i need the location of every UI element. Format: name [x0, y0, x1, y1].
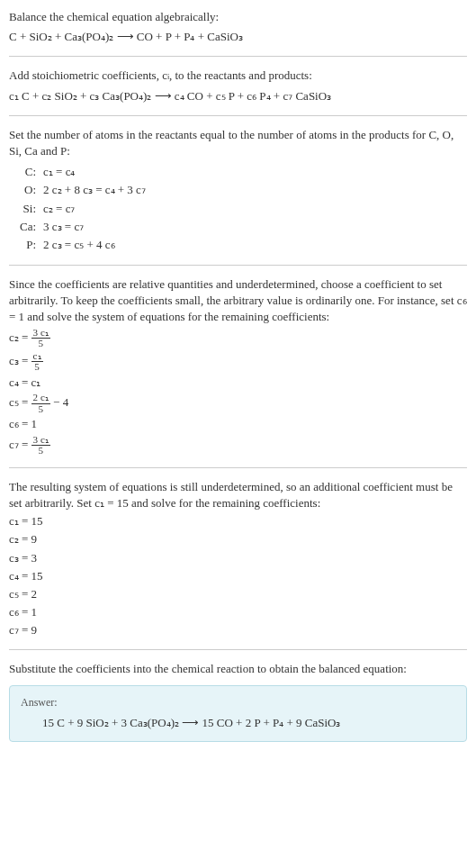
- coef-line: c₅ = 2 c₁ 5 − 4: [9, 393, 467, 414]
- denominator: 5: [31, 404, 50, 415]
- denominator: 5: [31, 362, 43, 373]
- coef-line: c₆ = 1: [9, 604, 467, 620]
- table-row: P: 2 c₃ = c₅ + 4 c₆: [16, 236, 149, 254]
- step5-text: Substitute the coefficients into the che…: [9, 661, 467, 677]
- coef-lhs: c₃ =: [9, 354, 28, 367]
- coef-line: c₇ = 9: [9, 622, 467, 638]
- fraction: 2 c₁ 5: [31, 393, 50, 414]
- divider: [9, 467, 467, 468]
- coef-line: c₆ = 1: [9, 416, 467, 432]
- coef-line: c₄ = c₁: [9, 375, 467, 391]
- divider: [9, 56, 467, 57]
- coef-lhs: c₂ =: [9, 330, 28, 344]
- element-label: Si:: [16, 200, 40, 218]
- element-label: Ca:: [16, 218, 40, 236]
- divider: [9, 649, 467, 650]
- coef-line: c₇ = 3 c₁ 5: [9, 435, 467, 457]
- final-coefficients: c₁ = 15 c₂ = 9 c₃ = 3 c₄ = 15 c₅ = 2 c₆ …: [9, 513, 467, 638]
- step4-text: The resulting system of equations is sti…: [9, 479, 467, 511]
- atom-balance-table: C: c₁ = c₄ O: 2 c₂ + 8 c₃ = c₄ + 3 c₇ Si…: [16, 163, 149, 254]
- coef-line: c₃ = 3: [9, 550, 467, 566]
- denominator: 5: [31, 339, 50, 349]
- numerator: 2 c₁: [31, 393, 50, 404]
- step3-text: Since the coefficients are relative quan…: [9, 276, 467, 326]
- coef-line: c₅ = 2: [9, 586, 467, 602]
- coef-lhs: c₇ =: [9, 438, 28, 451]
- intro-equation: C + SiO₂ + Ca₃(PO₄)₂ ⟶ CO + P + P₄ + CaS…: [9, 29, 467, 45]
- element-equation: 3 c₃ = c₇: [40, 218, 149, 236]
- table-row: Si: c₂ = c₇: [16, 200, 149, 218]
- divider: [9, 265, 467, 266]
- element-equation: 2 c₃ = c₅ + 4 c₆: [40, 236, 149, 254]
- answer-equation: 15 C + 9 SiO₂ + 3 Ca₃(PO₄)₂ ⟶ 15 CO + 2 …: [21, 715, 455, 731]
- divider: [9, 115, 467, 116]
- step1-equation: c₁ C + c₂ SiO₂ + c₃ Ca₃(PO₄)₂ ⟶ c₄ CO + …: [9, 88, 467, 104]
- fractional-coefficients: c₂ = 3 c₁ 5 c₃ = c₁ 5 c₄ = c₁ c₅ = 2 c₁ …: [9, 328, 467, 457]
- intro-text: Balance the chemical equation algebraica…: [9, 9, 467, 25]
- fraction: 3 c₁ 5: [31, 435, 50, 457]
- denominator: 5: [31, 446, 50, 457]
- element-label: C:: [16, 163, 40, 181]
- element-equation: c₁ = c₄: [40, 163, 149, 181]
- element-label: O:: [16, 181, 40, 199]
- coef-line: c₂ = 3 c₁ 5: [9, 328, 467, 349]
- step2-text: Set the number of atoms in the reactants…: [9, 127, 467, 159]
- fraction: 3 c₁ 5: [31, 328, 50, 349]
- coef-line: c₄ = 15: [9, 568, 467, 584]
- coef-lhs: c₅ =: [9, 395, 28, 409]
- coef-line: c₃ = c₁ 5: [9, 351, 467, 373]
- element-equation: c₂ = c₇: [40, 200, 149, 218]
- coef-tail: − 4: [53, 395, 68, 409]
- coef-line: c₂ = 9: [9, 531, 467, 547]
- element-label: P:: [16, 236, 40, 254]
- table-row: Ca: 3 c₃ = c₇: [16, 218, 149, 236]
- step1-text: Add stoichiometric coefficients, cᵢ, to …: [9, 68, 467, 84]
- element-equation: 2 c₂ + 8 c₃ = c₄ + 3 c₇: [40, 181, 149, 199]
- coef-line: c₁ = 15: [9, 513, 467, 529]
- fraction: c₁ 5: [31, 351, 43, 373]
- table-row: C: c₁ = c₄: [16, 163, 149, 181]
- answer-label: Answer:: [21, 695, 455, 710]
- answer-box: Answer: 15 C + 9 SiO₂ + 3 Ca₃(PO₄)₂ ⟶ 15…: [9, 685, 467, 742]
- table-row: O: 2 c₂ + 8 c₃ = c₄ + 3 c₇: [16, 181, 149, 199]
